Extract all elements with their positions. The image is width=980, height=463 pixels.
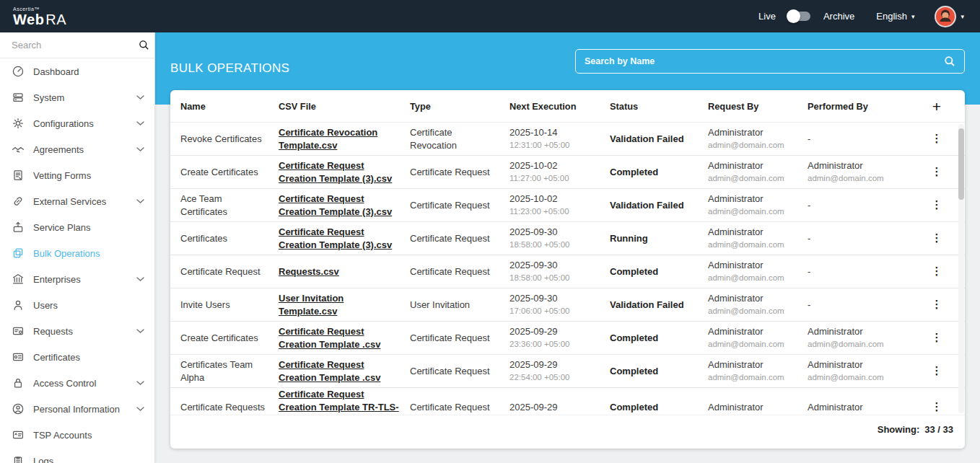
kebab-menu-icon[interactable]: ⋮ bbox=[924, 165, 950, 177]
sidebar-item-system[interactable]: System bbox=[0, 84, 154, 110]
certificates-icon bbox=[12, 350, 25, 363]
row-name: Certificate Request bbox=[170, 265, 279, 278]
row-request-by: Administrator bbox=[708, 401, 808, 414]
live-archive-toggle[interactable] bbox=[789, 12, 810, 21]
kebab-menu-icon[interactable]: ⋮ bbox=[924, 198, 950, 211]
language-dropdown[interactable]: English ▾ bbox=[876, 11, 914, 22]
row-csv-file: Certificate Request Creation Template .c… bbox=[279, 325, 410, 350]
chevron-down-icon bbox=[136, 121, 144, 126]
topbar-right: Live Archive English ▾ ▾ bbox=[758, 6, 980, 27]
kebab-menu-icon[interactable]: ⋮ bbox=[924, 298, 950, 310]
csv-file-link[interactable]: Certificate Request Creation Template (3… bbox=[279, 226, 403, 251]
user-menu[interactable]: ▾ bbox=[935, 6, 964, 27]
service-plans-icon bbox=[12, 221, 25, 234]
row-csv-file: Certificate Request Creation Template (3… bbox=[279, 193, 410, 218]
avatar[interactable] bbox=[935, 6, 956, 27]
sidebar-item-enterprises[interactable]: Enterprises bbox=[0, 266, 154, 292]
brand-webra: WebRA bbox=[13, 12, 66, 27]
row-type: Certificate Request bbox=[410, 365, 509, 378]
chevron-down-icon bbox=[136, 199, 144, 204]
chevron-down-icon: ▾ bbox=[911, 13, 915, 20]
row-type: Certificate Request bbox=[410, 232, 509, 245]
sidebar-item-requests[interactable]: Requests bbox=[0, 318, 154, 344]
sidebar-item-users[interactable]: Users bbox=[0, 292, 154, 318]
sidebar-item-dashboard[interactable]: Dashboard bbox=[0, 58, 154, 84]
language-label: English bbox=[876, 11, 907, 22]
sidebar-item-bulk-operations[interactable]: Bulk Operations bbox=[0, 240, 154, 266]
kebab-menu-icon[interactable]: ⋮ bbox=[924, 331, 950, 343]
search-icon[interactable] bbox=[944, 56, 955, 67]
csv-file-link[interactable]: Certificate Request Creation Template .c… bbox=[279, 325, 403, 350]
sidebar-item-access-control[interactable]: Access Control bbox=[0, 370, 154, 396]
row-performed-by: Administrator bbox=[808, 401, 909, 414]
table-row: Invite Users User Invitation Template.cs… bbox=[170, 288, 965, 322]
showing-label: Showing: bbox=[878, 424, 920, 435]
row-performed-by: Administratoradmin@domain.com bbox=[808, 358, 909, 383]
live-label: Live bbox=[758, 11, 776, 22]
column-header-type: Type bbox=[410, 101, 509, 112]
csv-file-link[interactable]: User Invitation Template.csv bbox=[279, 292, 403, 317]
add-bulk-operation-button[interactable]: + bbox=[928, 99, 945, 114]
row-performed-by: - bbox=[808, 133, 909, 146]
row-request-by: Administratoradmin@domain.com bbox=[708, 358, 808, 383]
kebab-menu-icon[interactable]: ⋮ bbox=[924, 364, 950, 376]
sidebar-item-vetting-forms[interactable]: Vetting Forms bbox=[0, 162, 154, 188]
search-by-name-input[interactable] bbox=[585, 56, 944, 66]
row-next-execution: 2025-09-3018:58:00 +05:00 bbox=[509, 259, 610, 283]
row-name: Ace Team Certificates bbox=[170, 193, 279, 218]
column-header-csv-file: CSV File bbox=[279, 101, 410, 112]
enterprises-bank-icon bbox=[12, 273, 25, 286]
table-row: Certificates Team Alpha Certificate Requ… bbox=[170, 355, 965, 388]
search-icon[interactable] bbox=[139, 40, 149, 50]
main-content: BULK OPERATIONS NameCSV FileTypeNext Exe… bbox=[155, 32, 980, 463]
row-status: Completed bbox=[610, 265, 708, 278]
sidebar-item-configurations[interactable]: Configurations bbox=[0, 110, 154, 136]
column-header-name: Name bbox=[170, 101, 279, 112]
kebab-menu-icon[interactable]: ⋮ bbox=[924, 400, 950, 413]
kebab-menu-icon[interactable]: ⋮ bbox=[924, 232, 950, 244]
agreements-handshake-icon bbox=[12, 143, 25, 156]
row-next-execution: 2025-10-0211:23:00 +05:00 bbox=[509, 193, 610, 217]
sidebar-item-service-plans[interactable]: Service Plans bbox=[0, 214, 154, 240]
row-name: Certificate Requests bbox=[170, 401, 279, 414]
column-header-performed-by: Performed By bbox=[808, 101, 909, 112]
row-request-by: Administratoradmin@domain.com bbox=[708, 292, 808, 317]
brand-logo[interactable]: Ascertia™ WebRA bbox=[0, 6, 66, 27]
kebab-menu-icon[interactable]: ⋮ bbox=[924, 265, 950, 277]
sidebar-item-external-services[interactable]: External Services bbox=[0, 188, 154, 214]
dashboard-icon bbox=[12, 65, 25, 78]
sidebar-item-logs[interactable]: Logs bbox=[0, 448, 154, 463]
row-status: Completed bbox=[610, 401, 708, 414]
sidebar-search-input[interactable] bbox=[12, 40, 139, 50]
csv-file-link[interactable]: Certificate Request Creation Template TR… bbox=[279, 388, 403, 415]
row-next-execution: 2025-10-1412:31:00 +05:00 bbox=[509, 126, 610, 151]
row-next-execution: 2025-09-2922:54:00 +05:00 bbox=[509, 358, 610, 383]
row-status: Running bbox=[610, 232, 708, 245]
row-type: Certificate Revocation bbox=[410, 126, 509, 151]
row-actions: ⋮ bbox=[924, 164, 950, 179]
sidebar-item-personal-information[interactable]: Personal Information bbox=[0, 396, 154, 422]
chevron-down-icon bbox=[136, 381, 144, 386]
row-actions: ⋮ bbox=[924, 264, 950, 278]
csv-file-link[interactable]: Certificate Revocation Template.csv bbox=[279, 126, 403, 151]
csv-file-link[interactable]: Requests.csv bbox=[279, 265, 339, 278]
csv-file-link[interactable]: Certificate Request Creation Template (3… bbox=[279, 193, 403, 218]
row-request-by: Administratoradmin@domain.com bbox=[708, 126, 808, 151]
row-performed-by: - bbox=[808, 299, 909, 312]
csv-file-link[interactable]: Certificate Request Creation Template (3… bbox=[279, 159, 403, 185]
sidebar-item-agreements[interactable]: Agreements bbox=[0, 136, 154, 162]
sidebar-item-tsp-accounts[interactable]: TSP Accounts bbox=[0, 422, 154, 448]
kebab-menu-icon[interactable]: ⋮ bbox=[924, 132, 950, 144]
sidebar-item-certificates[interactable]: Certificates bbox=[0, 344, 154, 370]
csv-file-link[interactable]: Certificate Request Creation Template .c… bbox=[279, 358, 403, 384]
row-name: Create Certificates bbox=[170, 332, 279, 345]
toggle-knob[interactable] bbox=[787, 9, 800, 23]
row-next-execution: 2025-09-29 bbox=[509, 401, 610, 414]
chevron-down-icon: ▾ bbox=[961, 13, 964, 20]
table-row: Certificate Requests Certificate Request… bbox=[170, 388, 965, 415]
table-scrollbar-thumb[interactable] bbox=[958, 128, 964, 200]
row-performed-by: Administratoradmin@domain.com bbox=[808, 159, 909, 184]
table-scrollbar-track[interactable] bbox=[958, 124, 964, 413]
row-next-execution: 2025-09-3017:06:00 +05:00 bbox=[509, 292, 610, 317]
row-csv-file: User Invitation Template.csv bbox=[279, 292, 410, 317]
